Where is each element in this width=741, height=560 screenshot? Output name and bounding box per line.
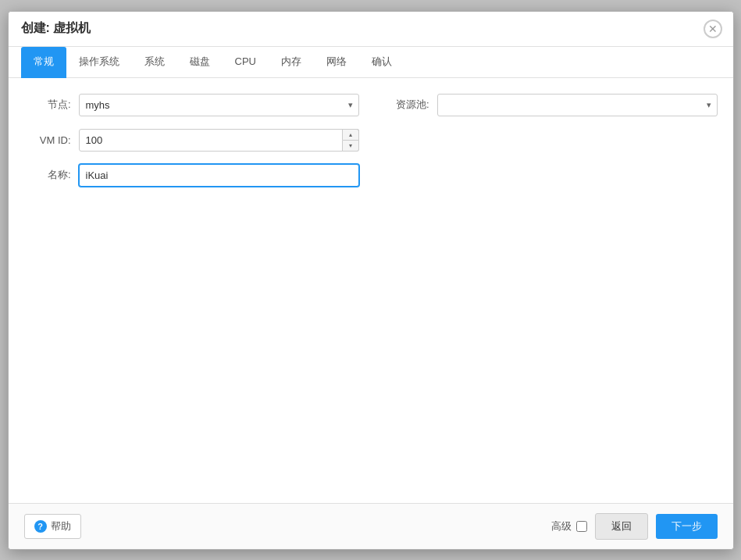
dialog-titlebar: 创建: 虚拟机 ✕ [9,12,733,47]
vm-id-input[interactable] [79,129,359,152]
close-icon: ✕ [708,23,718,34]
vm-id-control: ▴ ▾ [79,129,359,152]
dialog-body: 节点: myhs ▾ 资源池: ▾ [9,78,733,503]
vm-id-spinner-wrapper: ▴ ▾ [79,129,359,152]
vm-id-spinner-buttons: ▴ ▾ [342,129,359,152]
node-control: myhs ▾ [79,94,359,116]
dialog-footer: ? 帮助 高级 返回 下一步 [9,503,733,549]
resource-pool-row: 资源池: ▾ [383,94,718,116]
tab-network[interactable]: 网络 [314,47,359,78]
vm-id-increment-button[interactable]: ▴ [342,129,359,140]
help-label: 帮助 [51,519,71,533]
tab-general[interactable]: 常规 [21,47,66,78]
node-row: 节点: myhs ▾ [24,94,359,116]
footer-left: ? 帮助 [24,514,81,539]
create-vm-dialog: 创建: 虚拟机 ✕ 常规 操作系统 系统 磁盘 CPU 内存 网络 确认 [8,11,734,550]
dialog-title: 创建: 虚拟机 [21,20,91,37]
name-label: 名称: [24,168,71,182]
tabs-bar: 常规 操作系统 系统 磁盘 CPU 内存 网络 确认 [9,47,733,78]
resource-pool-control: ▾ [437,94,718,116]
resource-pool-select[interactable] [437,94,718,116]
chevron-up-icon: ▴ [349,131,352,138]
tab-confirm[interactable]: 确认 [359,47,404,78]
name-row: 名称: [24,164,359,187]
advanced-row: 高级 [551,519,587,533]
vm-id-row: VM ID: ▴ ▾ [24,129,359,152]
back-button[interactable]: 返回 [595,513,648,540]
tab-memory[interactable]: 内存 [269,47,314,78]
tab-cpu[interactable]: CPU [223,48,269,77]
name-control [79,164,359,187]
resource-pool-label: 资源池: [383,98,429,112]
chevron-down-icon: ▾ [349,142,352,149]
help-icon: ? [34,520,47,533]
node-select[interactable]: myhs [79,94,359,116]
advanced-checkbox[interactable] [576,521,587,532]
empty-cell [383,129,718,152]
node-select-wrapper: myhs ▾ [79,94,359,116]
tab-system[interactable]: 系统 [132,47,177,78]
tab-disk[interactable]: 磁盘 [177,47,223,78]
footer-right: 高级 返回 下一步 [551,513,718,540]
node-label: 节点: [24,98,71,112]
next-button[interactable]: 下一步 [656,514,718,539]
help-button[interactable]: ? 帮助 [24,514,81,539]
vm-id-label: VM ID: [24,134,71,146]
form-grid: 节点: myhs ▾ 资源池: ▾ [24,94,718,187]
name-input[interactable] [79,164,359,187]
vm-id-decrement-button[interactable]: ▾ [342,140,359,152]
close-button[interactable]: ✕ [704,20,722,38]
resource-pool-select-wrapper: ▾ [437,94,718,116]
tab-os[interactable]: 操作系统 [66,47,132,78]
advanced-label: 高级 [551,519,572,533]
